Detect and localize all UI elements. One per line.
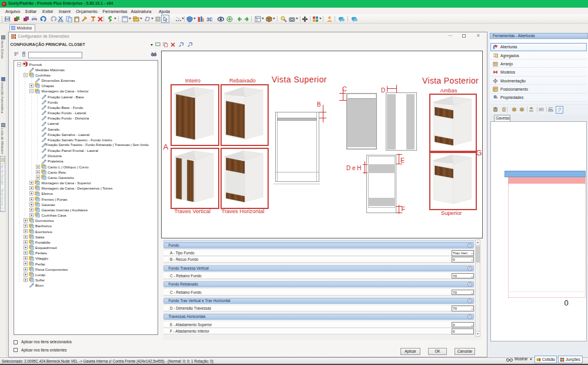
- svg-text:3D: 3D: [206, 16, 212, 22]
